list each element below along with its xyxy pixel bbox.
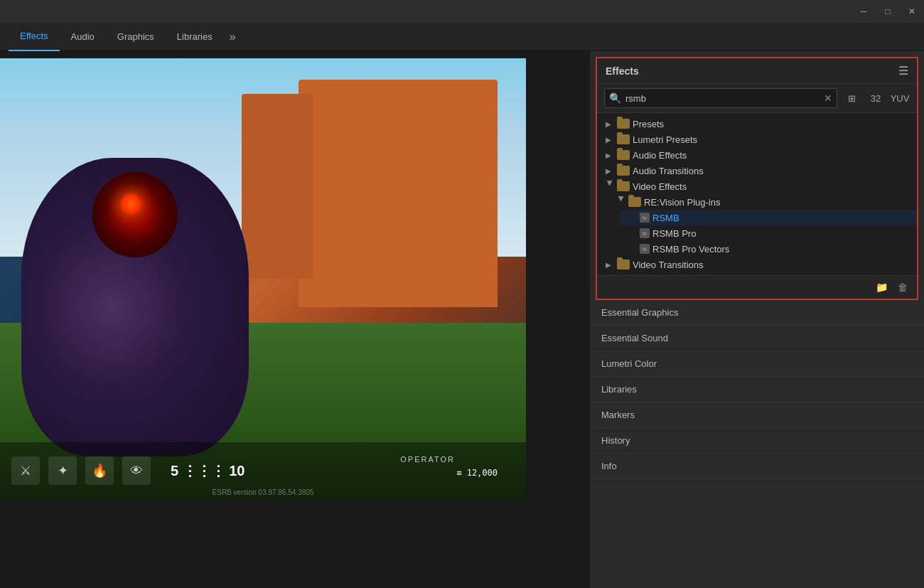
folder-icon-video-effects [617, 181, 630, 191]
effects-panel-header: Effects ☰ [597, 58, 917, 84]
tree-label-audio-effects: Audio Effects [633, 150, 687, 161]
tree-label-lumetri-presets: Lumetri Presets [633, 134, 697, 145]
side-panel-item-libraries[interactable]: Libraries [590, 377, 924, 402]
effects-toolbar: 🔍 ✕ ⊞ 32 YUV [597, 84, 917, 113]
toolbar-btn-yuv[interactable]: YUV [890, 88, 910, 108]
video-area: ⚔ ✦ 🔥 👁 5 ⋮⋮⋮ 10 OPERATOR ≡ 12,000 ESRB … [0, 51, 590, 588]
side-panel-item-history[interactable]: History [590, 428, 924, 454]
hud-icon-2: ✦ [48, 456, 77, 485]
tree-item-rsmb-pro-vectors[interactable]: ▶ fx RSMB Pro Vectors [620, 241, 917, 257]
effects-panel-footer: 📁 🗑 [597, 275, 917, 299]
delete-button[interactable]: 🗑 [894, 279, 911, 296]
search-clear-button[interactable]: ✕ [824, 92, 832, 104]
tree-item-video-transitions[interactable]: ▶ Video Transitions [597, 257, 917, 272]
tree-label-rsmb: RSMB [652, 213, 679, 223]
tree-arrow-video-transitions: ▶ [603, 259, 614, 270]
hud-icon-3: 🔥 [85, 456, 114, 485]
scene-building [299, 80, 498, 307]
tree-item-presets[interactable]: ▶ Presets [597, 116, 917, 132]
side-panel-item-essential-graphics[interactable]: Essential Graphics [590, 300, 924, 326]
folder-icon-audio-transitions [617, 166, 630, 176]
minimize-button[interactable]: ─ [857, 5, 870, 18]
tree-label-rsmb-pro-vectors: RSMB Pro Vectors [652, 244, 729, 255]
folder-icon-revision [628, 197, 641, 207]
folder-icon-audio-effects [617, 150, 630, 160]
tree-label-rsmb-pro: RSMB Pro [652, 228, 696, 239]
tab-bar: Effects Audio Graphics Libraries » [0, 23, 924, 51]
tree-label-video-effects: Video Effects [633, 181, 687, 192]
side-panel-items: Essential Graphics Essential Sound Lumet… [590, 300, 924, 588]
effects-panel-title: Effects [606, 65, 639, 77]
tree-arrow-audio-transitions: ▶ [603, 165, 614, 176]
search-icon: 🔍 [609, 92, 621, 104]
scene-character [21, 158, 249, 456]
tree-item-revision-plugins[interactable]: ▶ RE:Vision Plug-ins [608, 194, 917, 210]
title-bar: ─ □ ✕ [0, 0, 924, 23]
toolbar-btn-32bit[interactable]: 32 [866, 88, 886, 108]
hud-counter: 5 ⋮⋮⋮ 10 [171, 462, 245, 479]
side-panel-item-markers[interactable]: Markers [590, 402, 924, 428]
right-panel: Effects ☰ 🔍 ✕ ⊞ 32 YUV ▶ [590, 51, 924, 588]
search-box: 🔍 ✕ [604, 88, 837, 108]
maximize-button[interactable]: □ [881, 5, 894, 18]
hud-ammo: ≡ 12,000 [456, 468, 498, 478]
new-folder-button[interactable]: 📁 [873, 279, 890, 296]
tab-graphics[interactable]: Graphics [106, 23, 166, 51]
folder-icon-presets [617, 119, 630, 129]
tree-item-video-effects[interactable]: ▶ Video Effects [597, 178, 917, 194]
side-panel-item-lumetri-color[interactable]: Lumetri Color [590, 351, 924, 377]
search-input[interactable] [625, 93, 820, 104]
tree-label-presets: Presets [633, 119, 664, 129]
close-button[interactable]: ✕ [906, 5, 918, 18]
tree-item-audio-transitions[interactable]: ▶ Audio Transitions [597, 163, 917, 178]
tree-list: ▶ Presets ▶ Lumetri Presets ▶ Audio Effe… [597, 113, 917, 275]
folder-icon-video-transitions [617, 260, 630, 269]
video-placeholder: ⚔ ✦ 🔥 👁 5 ⋮⋮⋮ 10 OPERATOR ≡ 12,000 ESRB … [0, 58, 526, 499]
tree-arrow-video-effects: ▶ [603, 181, 614, 192]
tree-label-revision: RE:Vision Plug-ins [644, 197, 720, 208]
tree-arrow-lumetri: ▶ [603, 134, 614, 145]
tab-effects[interactable]: Effects [9, 23, 60, 51]
tabs-more-button[interactable]: » [224, 31, 242, 43]
tree-arrow-audio-effects: ▶ [603, 149, 614, 161]
tree-label-video-transitions: Video Transitions [633, 260, 704, 270]
video-frame: ⚔ ✦ 🔥 👁 5 ⋮⋮⋮ 10 OPERATOR ≡ 12,000 ESRB … [0, 58, 526, 499]
effect-icon-rsmb: fx [640, 213, 650, 223]
tree-item-rsmb-pro[interactable]: ▶ fx RSMB Pro [620, 225, 917, 241]
tree-label-audio-transitions: Audio Transitions [633, 166, 704, 176]
tree-item-audio-effects[interactable]: ▶ Audio Effects [597, 147, 917, 163]
hud-operator-label: OPERATOR [400, 455, 455, 464]
tree-arrow-revision: ▶ [614, 196, 625, 208]
main-content: ⚔ ✦ 🔥 👁 5 ⋮⋮⋮ 10 OPERATOR ≡ 12,000 ESRB … [0, 51, 924, 588]
side-panel-item-info[interactable]: Info [590, 454, 924, 479]
folder-icon-lumetri [617, 134, 630, 144]
effects-panel: Effects ☰ 🔍 ✕ ⊞ 32 YUV ▶ [596, 57, 918, 300]
version-text: ESRB version 03.97.86.54.3805 [213, 488, 314, 496]
tree-item-rsmb[interactable]: ▶ fx RSMB [620, 210, 917, 225]
tree-arrow-presets: ▶ [603, 118, 614, 129]
effect-icon-rsmb-pro-vectors: fx [640, 244, 650, 254]
side-panel-item-essential-sound[interactable]: Essential Sound [590, 326, 924, 351]
toolbar-btn-grid[interactable]: ⊞ [842, 88, 861, 108]
tree-item-lumetri-presets[interactable]: ▶ Lumetri Presets [597, 132, 917, 147]
effect-icon-rsmb-pro: fx [640, 228, 650, 238]
hud-icon-1: ⚔ [11, 456, 40, 485]
tab-libraries[interactable]: Libraries [166, 23, 224, 51]
hud-icon-4: 👁 [122, 456, 151, 485]
effects-menu-icon[interactable]: ☰ [898, 64, 908, 77]
tab-audio[interactable]: Audio [60, 23, 106, 51]
